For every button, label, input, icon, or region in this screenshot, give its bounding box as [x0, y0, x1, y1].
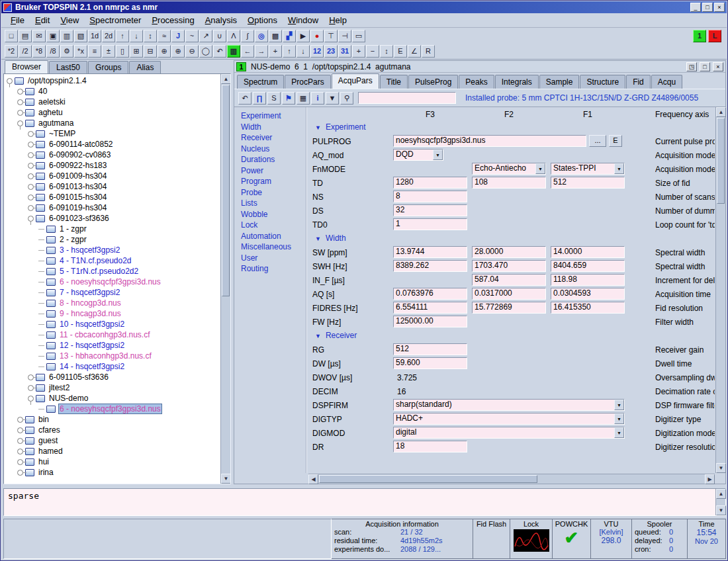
param-combo-digmod[interactable]: digital▼ [393, 427, 625, 439]
scrollbar-thumb[interactable] [717, 118, 725, 204]
param-combo-aq-mod[interactable]: DQD▼ [393, 149, 443, 161]
print-icon[interactable]: ▣ [46, 30, 60, 42]
nav-lists[interactable]: Lists [241, 198, 304, 210]
nav-receiver[interactable]: Receiver [241, 133, 304, 144]
baseline-icon[interactable]: ∪ [213, 30, 226, 42]
scrollbar-down-button[interactable]: ▼ [716, 505, 726, 515]
tab-groups[interactable]: Groups [88, 61, 128, 73]
tab-spectrum[interactable]: Spectrum [237, 75, 284, 89]
tree-item[interactable]: 6-091105-sf3636 [4, 372, 220, 382]
zoom-full-icon[interactable]: ◯ [199, 45, 212, 58]
param-input-aq-s[interactable]: 0.0317000 [472, 288, 546, 300]
scrollbar-up-button[interactable]: ▲ [221, 74, 231, 84]
param-input-td0[interactable]: 1 [393, 218, 467, 230]
acquire-icon[interactable]: ▩ [269, 30, 282, 42]
close-window-button[interactable]: × [713, 62, 723, 71]
browse-button[interactable]: ... [589, 135, 606, 147]
dropdown-arrow-icon[interactable]: ▼ [614, 163, 624, 174]
nav-user[interactable]: User [241, 253, 304, 265]
zoom-in-h-icon[interactable]: ⊕ [171, 45, 185, 58]
tree-toggle-collapsed[interactable] [28, 152, 34, 158]
status-ok-button[interactable]: 1 [693, 30, 706, 42]
open-icon[interactable]: ▤ [19, 30, 32, 42]
tree-item[interactable]: 6-091023-sf3636 [4, 213, 220, 224]
angle-button[interactable]: ∠ [408, 45, 421, 58]
tab-title[interactable]: Title [380, 75, 408, 89]
menu-window[interactable]: Window [283, 14, 324, 26]
param-input-dw-s[interactable]: 59.600 [393, 357, 467, 369]
tree-item[interactable]: 6-090114-atc0852 [4, 139, 220, 150]
tree-toggle-collapsed[interactable] [17, 427, 23, 433]
ruler-t-icon[interactable]: ⊣ [338, 30, 351, 42]
tree-toggle-collapsed[interactable] [28, 163, 34, 169]
tree-item[interactable]: 12 - hsqcetf3gpsi2 [4, 340, 220, 351]
parameter-scrollbar-vertical[interactable]: ▲ ▼ [715, 107, 725, 473]
acquisition-information-box[interactable]: Acquisition information scan:21 / 32resi… [332, 519, 473, 559]
probe-icon[interactable]: ⚑ [282, 92, 295, 105]
nav-probe[interactable]: Probe [241, 188, 304, 199]
param-input-in-f-s[interactable]: 587.04 [472, 274, 546, 286]
tab-acqu[interactable]: Acqu [651, 75, 682, 89]
tree-item[interactable]: /opt/topspin2.1.4 [4, 75, 220, 86]
tree-item[interactable]: NUS-demo [4, 393, 220, 404]
calibrate-axis-icon[interactable]: ± [102, 45, 115, 58]
scrollbar-thumb[interactable] [222, 85, 230, 296]
param-combo-fnmode[interactable]: States-TPPI▼ [551, 163, 625, 175]
tab-structure[interactable]: Structure [580, 75, 625, 89]
tab-pulseprog[interactable]: PulseProg [408, 75, 458, 89]
1d-mode-button[interactable]: 1d [88, 30, 101, 42]
nav-power[interactable]: Power [241, 166, 304, 177]
integration-icon[interactable]: ∫ [241, 30, 254, 42]
param-input-sw-ppm[interactable]: 14.0000 [551, 246, 625, 258]
view-31-button[interactable]: 31 [338, 45, 351, 58]
fid-flash-box[interactable]: Fid Flash [473, 519, 510, 559]
tab-acqupars[interactable]: AcquPars [332, 73, 379, 89]
param-input-swh-hz[interactable]: 1703.470 [472, 260, 546, 272]
search-params-icon[interactable]: ⚲ [340, 92, 353, 105]
tree-scrollbar[interactable]: ▲ ▼ [220, 74, 230, 484]
tree-toggle-collapsed[interactable] [28, 205, 34, 211]
section-header-experiment[interactable]: ▼Experiment [315, 122, 366, 132]
menu-options[interactable]: Options [242, 14, 283, 26]
cascade-windows-icon[interactable]: ⊟ [144, 45, 157, 58]
time-box[interactable]: Time 15:54 Nov 20 [688, 519, 726, 559]
parameter-search-input[interactable] [358, 92, 456, 104]
tree-item[interactable]: 7 - hsqcetf3gpsi2 [4, 287, 220, 298]
tree-item[interactable]: 4 - T1N.cf.pseudo2d [4, 255, 220, 266]
param-input-sw-ppm[interactable]: 13.9744 [393, 246, 467, 258]
tab-last50[interactable]: Last50 [49, 61, 87, 73]
menu-processing[interactable]: Processing [146, 14, 199, 26]
tree-toggle-collapsed[interactable] [17, 89, 23, 95]
scrollbar-down-button[interactable]: ▼ [221, 474, 231, 484]
scrollbar-thumb[interactable] [319, 475, 537, 483]
next-experiment-icon[interactable]: ↓ [130, 30, 143, 42]
decrease-button[interactable]: − [366, 45, 379, 58]
divide-8-button[interactable]: /8 [46, 45, 60, 58]
dropdown-arrow-icon[interactable]: ▼ [535, 163, 545, 174]
nav-nucleus[interactable]: Nucleus [241, 144, 304, 155]
float-window-button[interactable]: ◳ [686, 62, 697, 71]
dropdown-arrow-icon[interactable]: ▼ [614, 427, 624, 438]
multiply-8-button[interactable]: *8 [32, 45, 46, 58]
param-input-ds[interactable]: 32 [393, 204, 467, 216]
vtu-box[interactable]: VTU [Kelvin] 298.0 [591, 519, 632, 559]
tree-item[interactable]: guest [4, 435, 220, 446]
zoom-in-icon[interactable]: ⊕ [158, 45, 171, 58]
tile-windows-icon[interactable]: ⊞ [130, 45, 143, 58]
tree-toggle-collapsed[interactable] [28, 374, 34, 380]
param-input-rg[interactable]: 512 [393, 343, 467, 355]
edit-button[interactable]: E [609, 135, 622, 147]
pulseprogram-icon[interactable]: ∏ [253, 92, 266, 105]
tree-toggle-collapsed[interactable] [28, 131, 34, 137]
tree-toggle-collapsed[interactable] [17, 438, 23, 444]
maximize-button[interactable]: □ [702, 3, 713, 12]
param-input-ns[interactable]: 8 [393, 191, 467, 202]
tab-fid[interactable]: Fid [626, 75, 651, 89]
dropdown-arrow-icon[interactable]: ▼ [614, 413, 624, 424]
tab-alias[interactable]: Alias [129, 61, 161, 73]
tab-browser[interactable]: Browser [5, 60, 48, 73]
move-center-icon[interactable]: + [269, 45, 282, 58]
tree-item[interactable]: cfares [4, 425, 220, 435]
view-23-button[interactable]: 23 [324, 45, 338, 58]
param-input-swh-hz[interactable]: 8389.262 [393, 260, 467, 272]
